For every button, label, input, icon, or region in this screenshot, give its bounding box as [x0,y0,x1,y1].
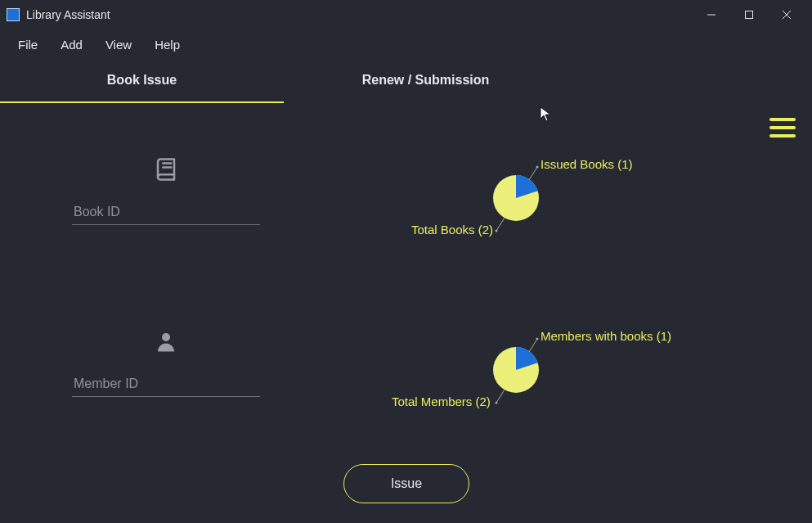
window-title: Library Assistant [26,8,110,21]
svg-point-11 [496,230,498,232]
menu-file[interactable]: File [8,33,47,56]
content-area: Issued Books (1) Total Books (2) Members… [0,103,812,523]
cursor-icon [540,106,553,126]
minimize-button[interactable] [693,0,730,29]
books-pie-slice-label: Issued Books (1) [541,157,633,171]
menu-help[interactable]: Help [145,33,190,56]
menu-view[interactable]: View [96,33,141,56]
svg-rect-1 [746,11,753,19]
svg-point-14 [536,338,539,340]
members-pie-chart: Members with books (1) Total Members (2) [380,324,732,439]
books-pie-chart: Issued Books (1) Total Books (2) [380,152,732,267]
member-id-block [72,329,260,397]
close-button[interactable] [768,0,805,29]
menu-bar: File Add View Help [0,29,812,59]
members-pie-total-label: Total Members (2) [392,395,491,408]
title-bar: Library Assistant [0,0,812,29]
menu-add[interactable]: Add [51,33,92,56]
tab-bar: Book Issue Renew / Submission [0,59,812,103]
maximize-button[interactable] [730,0,768,29]
member-id-input[interactable] [72,372,260,397]
svg-line-10 [496,218,505,231]
svg-line-8 [529,167,537,180]
members-pie-slice-label: Members with books (1) [541,329,671,343]
user-icon [154,329,178,354]
book-icon [154,157,178,182]
svg-point-9 [536,166,539,169]
app-icon [7,8,20,21]
drawer-toggle-icon[interactable] [769,118,796,138]
book-id-input[interactable] [72,200,260,225]
svg-line-15 [496,390,505,403]
svg-point-6 [162,333,170,341]
svg-point-16 [496,402,498,404]
window-controls [693,0,805,29]
books-pie-total-label: Total Books (2) [411,223,493,237]
tab-renew-submission[interactable]: Renew / Submission [284,59,568,103]
tab-book-issue[interactable]: Book Issue [0,59,284,103]
issue-button[interactable]: Issue [343,464,469,503]
book-id-block [72,157,260,225]
svg-line-13 [529,339,537,352]
